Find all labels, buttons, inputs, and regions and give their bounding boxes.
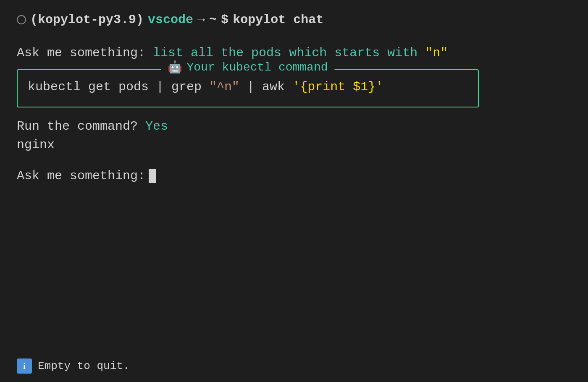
- info-icon: i: [17, 358, 32, 374]
- kubectl-command-text: kubectl get pods | grep "^n" | awk '{pri…: [28, 78, 468, 97]
- window-circle-icon: [17, 15, 26, 24]
- shell-command: kopylot chat: [233, 13, 323, 27]
- info-symbol: i: [23, 361, 26, 372]
- kubectl-pipe: | awk: [239, 80, 292, 94]
- ask-prompt-label: Ask me something:: [17, 169, 145, 183]
- kubectl-command-box: 🤖 Your kubectl command kubectl get pods …: [17, 69, 479, 107]
- bottom-bar: i Empty to quit.: [17, 358, 129, 374]
- env-label: (kopylot-py3.9): [30, 13, 144, 27]
- ask-prompt-line: Ask me something:: [17, 169, 571, 183]
- run-command-line: Run the command? Yes: [17, 119, 571, 133]
- tilde-label: ~: [209, 13, 217, 27]
- ask-label: Ask me something:: [17, 46, 153, 60]
- query-which: which: [289, 46, 334, 60]
- query-starts: starts: [334, 46, 387, 60]
- query-quote: "n": [425, 46, 448, 60]
- run-label: Run the command?: [17, 119, 138, 133]
- text-cursor: [149, 169, 156, 183]
- kubectl-title-text: Your kubectl command: [186, 61, 328, 74]
- robot-emoji: 🤖: [168, 60, 182, 74]
- dollar-sign: $: [221, 13, 228, 27]
- terminal-window: (kopylot-py3.9) vscode → ~ $ kopylot cha…: [0, 0, 588, 382]
- arrow-separator: →: [197, 13, 205, 27]
- query-with: with: [387, 46, 425, 60]
- kubectl-grep-arg: "^n": [209, 80, 239, 94]
- query-text: list all the pods: [153, 46, 289, 60]
- kubectl-box-title: 🤖 Your kubectl command: [161, 60, 334, 74]
- empty-to-quit-text: Empty to quit.: [38, 360, 129, 372]
- kubectl-awk-arg: '{print $1}': [292, 80, 383, 94]
- kubectl-base: kubectl get pods | grep: [28, 80, 209, 94]
- vscode-label: vscode: [148, 13, 193, 27]
- command-output: nginx: [17, 138, 571, 152]
- run-answer: Yes: [145, 119, 168, 133]
- title-bar: (kopylot-py3.9) vscode → ~ $ kopylot cha…: [17, 13, 571, 27]
